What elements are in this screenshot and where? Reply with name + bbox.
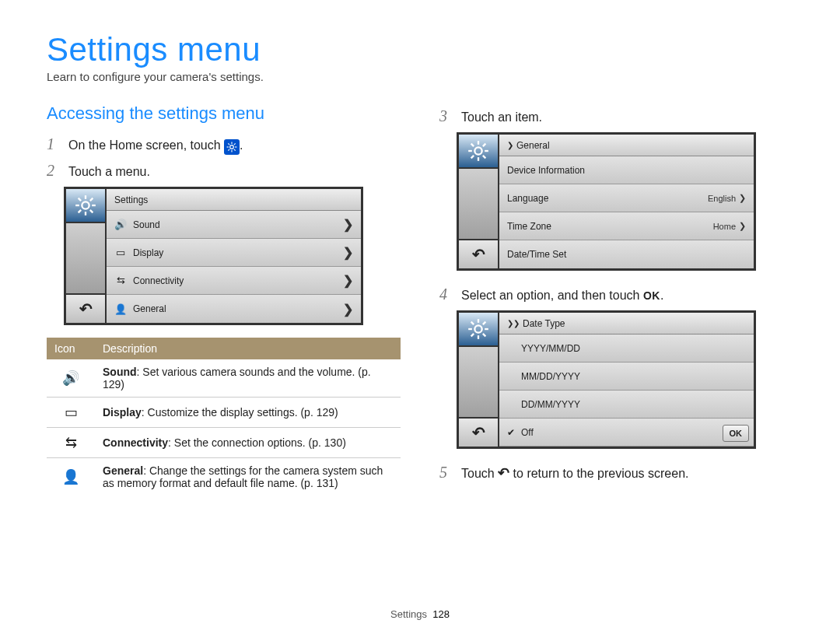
page-title: Settings menu	[47, 31, 793, 68]
option-yyyymmdd[interactable]: ✔YYYY/MM/DD	[499, 335, 754, 363]
svg-point-0	[230, 145, 234, 149]
svg-line-35	[483, 322, 486, 325]
connectivity-icon: ⇆	[47, 428, 95, 458]
svg-line-17	[90, 198, 93, 201]
section-heading: Accessing the settings menu	[47, 103, 401, 124]
general-icon: 👤	[47, 458, 95, 496]
chevron-right-icon: ❯	[343, 302, 353, 317]
chevron-right-icon: ❯	[343, 273, 353, 288]
device-screenshot-general: ↶ ❯General Device Information Language E…	[457, 132, 756, 271]
chevron-right-icon: ❯	[739, 193, 746, 203]
svg-line-16	[79, 210, 82, 213]
svg-line-26	[483, 144, 486, 147]
chevron-right-icon: ❯	[507, 141, 513, 149]
table-row: ⇆ Connectivity: Set the connection optio…	[47, 428, 401, 458]
back-button[interactable]: ↶	[66, 293, 105, 323]
check-icon: ✔	[507, 427, 515, 438]
screen-header: ❯General	[499, 135, 754, 156]
menu-row-datetime[interactable]: Date/Time Set	[499, 240, 754, 268]
chevron-right-icon: ❯❯	[507, 319, 520, 328]
page-footer: Settings 128	[0, 608, 840, 620]
page-subtitle: Learn to configure your camera's setting…	[47, 70, 793, 83]
icon-description-table: Icon Description 🔊 Sound: Set various ca…	[47, 338, 401, 496]
menu-row-display[interactable]: ▭Display ❯	[107, 239, 361, 267]
svg-point-27	[474, 325, 481, 332]
display-icon: ▭	[114, 247, 127, 258]
svg-line-15	[90, 210, 93, 213]
step-text: Touch a menu.	[68, 165, 150, 179]
gear-icon[interactable]	[459, 313, 498, 347]
svg-point-9	[82, 201, 89, 208]
device-screenshot-settings: ↶ Settings 🔊Sound ❯ ▭Display ❯ ⇆Connecti…	[64, 187, 363, 325]
svg-line-14	[79, 198, 82, 201]
svg-line-24	[483, 156, 486, 159]
chevron-right-icon: ❯	[343, 245, 353, 260]
step-number: 3	[439, 108, 453, 124]
svg-line-6	[234, 149, 236, 151]
chevron-right-icon: ❯	[343, 217, 353, 232]
step-number: 4	[439, 286, 453, 302]
svg-point-18	[474, 147, 481, 154]
svg-line-8	[234, 143, 236, 145]
screen-header: Settings	[107, 189, 361, 211]
screen-header: ❯❯Date Type	[499, 313, 754, 335]
ok-button[interactable]: OK	[723, 425, 750, 442]
svg-line-33	[483, 334, 486, 337]
back-button[interactable]: ↶	[459, 417, 498, 447]
menu-row-connectivity[interactable]: ⇆Connectivity ❯	[107, 267, 361, 295]
step-text: On the Home screen, touch .	[68, 138, 243, 155]
gear-icon[interactable]	[459, 135, 498, 169]
svg-line-25	[471, 156, 474, 159]
svg-line-23	[471, 144, 474, 147]
sound-icon: 🔊	[47, 359, 95, 398]
menu-row-sound[interactable]: 🔊Sound ❯	[107, 211, 361, 239]
svg-line-7	[228, 149, 229, 151]
display-icon: ▭	[47, 398, 95, 428]
general-icon: 👤	[114, 303, 127, 315]
th-icon: Icon	[47, 338, 95, 359]
step-text: Touch ↶ to return to the previous screen…	[461, 464, 688, 482]
table-row: 🔊 Sound: Set various camera sounds and t…	[47, 359, 401, 398]
step-number: 5	[439, 464, 453, 480]
menu-row-general[interactable]: 👤General ❯	[107, 295, 361, 323]
step-number: 2	[47, 163, 61, 178]
option-mmddyyyy[interactable]: ✔MM/DD/YYYY	[499, 363, 754, 391]
menu-row-device-info[interactable]: Device Information	[499, 156, 754, 184]
back-button[interactable]: ↶	[459, 239, 498, 268]
sound-icon: 🔊	[114, 219, 127, 230]
svg-line-32	[471, 322, 474, 325]
menu-row-timezone[interactable]: Time Zone Home❯	[499, 212, 754, 240]
chevron-right-icon: ❯	[739, 221, 746, 231]
ok-icon: OK	[643, 289, 660, 302]
option-ddmmyyyy[interactable]: ✔DD/MM/YYYY	[499, 391, 754, 419]
device-screenshot-datetype: ↶ ❯❯Date Type ✔YYYY/MM/DD ✔MM/DD/YYYY ✔D…	[457, 310, 756, 449]
step-text: Select an option, and then touch OK.	[461, 289, 663, 303]
gear-icon[interactable]	[66, 189, 105, 223]
svg-line-5	[228, 143, 229, 145]
svg-line-34	[471, 334, 474, 337]
connectivity-icon: ⇆	[114, 275, 127, 286]
table-row: 👤 General: Change the settings for the c…	[47, 458, 401, 496]
step-text: Touch an item.	[461, 110, 542, 124]
table-row: ▭ Display: Customize the display setting…	[47, 398, 401, 428]
menu-row-language[interactable]: Language English❯	[499, 184, 754, 212]
option-off[interactable]: ✔Off	[499, 419, 754, 447]
gear-icon	[224, 139, 240, 155]
th-description: Description	[95, 338, 401, 359]
step-number: 1	[47, 136, 61, 152]
back-icon: ↶	[498, 465, 509, 481]
